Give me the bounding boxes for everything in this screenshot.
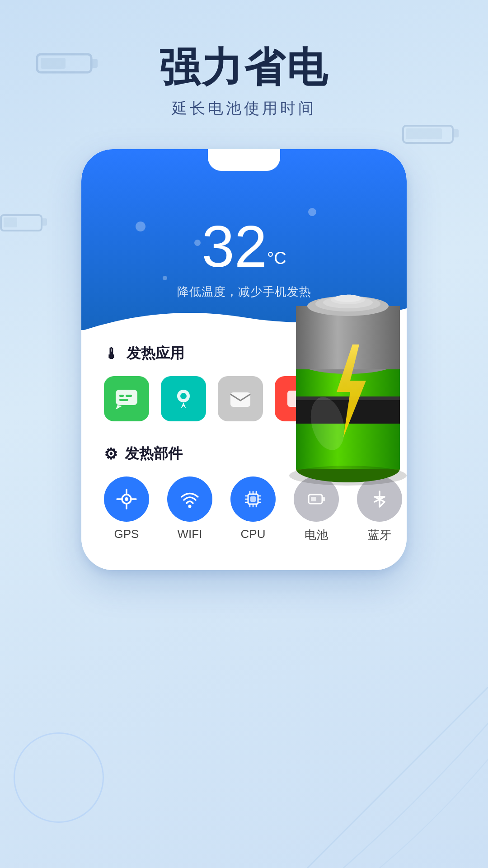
bluetooth-label: 蓝牙 (368, 527, 391, 543)
battery-3d-illustration (262, 270, 407, 498)
phone-frame: 32°C 降低温度，减少手机发热 🌡 发热应用 (81, 149, 407, 570)
wifi-label: WIFI (178, 527, 202, 541)
page-subtitle: 延长电池使用时间 (0, 98, 488, 119)
bg-battery-icon-3 (0, 212, 50, 233)
svg-point-52 (334, 295, 361, 302)
svg-rect-12 (119, 399, 128, 401)
temp-number: 32 (202, 213, 267, 279)
phone-mockup: 32°C 降低温度，减少手机发热 🌡 发热应用 (81, 149, 407, 570)
settings-icon: ⚙ (104, 445, 117, 463)
bg-battery-icon-2 (402, 122, 461, 147)
page-title: 强力省电 (0, 45, 488, 90)
header: 强力省电 延长电池使用时间 (0, 0, 488, 119)
hot-apps-label: 发热应用 (127, 344, 184, 363)
hot-parts-label: 发热部件 (125, 444, 183, 464)
svg-rect-5 (406, 128, 442, 139)
app-icon-maps[interactable] (161, 376, 206, 421)
wifi-icon-circle (167, 476, 212, 522)
svg-rect-26 (250, 496, 256, 502)
cpu-label: CPU (241, 527, 266, 541)
thermometer-icon: 🌡 (104, 345, 119, 363)
battery-label: 电池 (305, 527, 328, 543)
gps-icon-circle (104, 476, 149, 522)
gps-label: GPS (114, 527, 139, 541)
svg-rect-11 (126, 395, 132, 397)
svg-rect-7 (42, 218, 47, 226)
svg-rect-9 (116, 390, 137, 405)
part-wifi[interactable]: WIFI (167, 476, 212, 541)
svg-rect-8 (4, 217, 17, 227)
app-icon-mail[interactable] (218, 376, 263, 421)
svg-point-24 (188, 505, 192, 508)
svg-rect-15 (230, 392, 250, 407)
part-gps[interactable]: GPS (104, 476, 149, 541)
svg-point-14 (180, 393, 187, 399)
svg-rect-4 (453, 129, 459, 137)
phone-notch (208, 149, 280, 171)
svg-rect-45 (296, 396, 400, 400)
svg-rect-10 (119, 395, 124, 397)
temp-unit: °C (267, 249, 286, 268)
app-icon-messages[interactable] (104, 376, 149, 421)
bg-circle-decoration (14, 732, 104, 823)
svg-point-56 (289, 466, 407, 486)
svg-point-23 (125, 497, 128, 501)
bg-lines-decoration (307, 687, 488, 868)
